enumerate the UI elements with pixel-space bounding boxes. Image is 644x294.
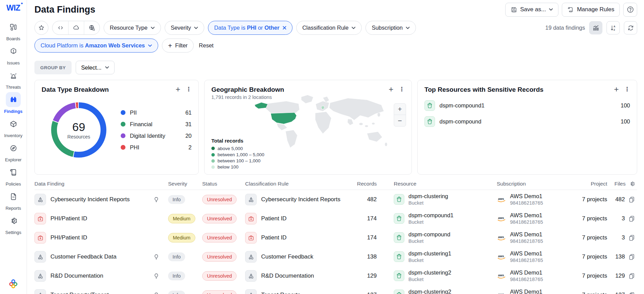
cloud-icon[interactable] [68, 21, 84, 34]
world-map[interactable] [248, 92, 392, 156]
insight-lightbulb-icon[interactable] [153, 272, 159, 280]
bucket-icon [394, 270, 404, 281]
widget-title: Top Resources with Sensitive Records [424, 86, 543, 93]
col-records[interactable]: Records [345, 181, 380, 187]
boards-icon [9, 23, 18, 31]
col-severity[interactable]: Severity [168, 181, 202, 187]
donut-chart[interactable]: 69 Resources [51, 102, 106, 158]
filter-classification-rule[interactable]: Classification Rule [296, 21, 362, 35]
group-by-select[interactable]: Select... [76, 61, 115, 74]
save-as-button[interactable]: Save as... [505, 3, 559, 17]
filter-resource-type[interactable]: Resource Type [104, 21, 161, 35]
refresh-button[interactable] [624, 21, 637, 34]
zoom-out-button[interactable]: − [394, 115, 406, 126]
integrations-cluster-icon[interactable] [8, 278, 19, 289]
col-files[interactable]: Files [614, 181, 626, 187]
add-widget-icon[interactable]: + [176, 86, 180, 93]
copy-files-icon[interactable] [628, 292, 635, 294]
svg-text:aws: aws [498, 216, 504, 220]
map-region-alaska [255, 102, 268, 109]
col-project[interactable]: Project [569, 181, 607, 187]
sidebar-item-reports[interactable]: Reports [1, 189, 26, 211]
add-filter-button[interactable]: + Filter [162, 39, 194, 53]
table-row[interactable]: Tenant Reports/Tenant Info Unresolved Te… [34, 285, 637, 294]
aws-icon: aws [497, 253, 506, 261]
top-resource-row[interactable]: dspm-compound 100 [424, 114, 630, 130]
table-row[interactable]: R&D Documentation Info Unresolved R&D Do… [34, 266, 637, 285]
sort-button[interactable]: AZ [606, 21, 620, 34]
sidebar-item-settings[interactable]: Settings [1, 213, 26, 235]
col-subscription[interactable]: Subscription [486, 181, 569, 187]
sidebar-nav: Boards Issues Threats Findings I [1, 19, 26, 235]
status-badge: Unresolved [202, 233, 237, 242]
legend-item[interactable]: PII61 [121, 107, 192, 118]
sidebar-item-inventory[interactable]: Inventory [1, 116, 26, 138]
rule-shapes-icon [245, 289, 257, 294]
favorite-star-icon[interactable] [34, 21, 48, 35]
table-row[interactable]: Customer Feedback Data Info Unresolved C… [34, 247, 637, 266]
settings-gear-icon [9, 217, 18, 225]
bucket-icon [394, 194, 404, 205]
sidebar-item-issues[interactable]: Issues [1, 44, 26, 65]
sidebar-item-policies[interactable]: Policies [1, 165, 26, 187]
copy-files-icon[interactable] [628, 253, 635, 260]
insight-lightbulb-icon[interactable] [153, 291, 159, 294]
sidebar-item-boards[interactable]: Boards [1, 19, 26, 41]
copy-files-icon[interactable] [628, 273, 635, 279]
add-widget-icon[interactable]: + [614, 86, 619, 93]
widget-title: Data Type Breakdown [42, 86, 109, 93]
reset-filters-link[interactable]: Reset [199, 42, 213, 49]
chevron-down-icon [549, 8, 553, 11]
globe-search-icon[interactable] [84, 21, 100, 34]
table-header: Data Finding Severity Status Classificat… [34, 178, 637, 190]
zoom-in-button[interactable]: + [394, 104, 406, 115]
status-badge: Unresolved [202, 290, 237, 294]
inventory-icon [9, 120, 18, 128]
legend-dot [121, 110, 125, 115]
legend-item[interactable]: Digital Identity20 [121, 130, 192, 142]
filter-cloud-platform-active[interactable]: Cloud Platform is Amazon Web Services [34, 39, 158, 53]
copy-files-icon[interactable] [628, 196, 635, 203]
sidebar-item-findings[interactable]: Findings [1, 92, 26, 114]
threats-icon [9, 71, 18, 80]
sidebar-label: Settings [5, 230, 21, 235]
legend-item[interactable]: PHI2 [121, 142, 192, 153]
sidebar-item-threats[interactable]: Threats [1, 68, 26, 90]
filter-data-type-active[interactable]: Data Type is PHI or Other [208, 21, 292, 35]
wiz-logo[interactable]: WIZ✦ [6, 3, 20, 13]
legend-item[interactable]: Financial31 [121, 118, 192, 130]
kebab-menu-icon[interactable]: ⋮ [624, 86, 630, 92]
kebab-menu-icon[interactable]: ⋮ [399, 86, 405, 92]
filter-severity[interactable]: Severity [165, 21, 205, 35]
col-resource[interactable]: Resource [380, 181, 486, 187]
widgets-row: Data Type Breakdown + ⋮ 69 Resources [34, 80, 637, 175]
kebab-menu-icon[interactable]: ⋮ [186, 86, 192, 92]
bucket-icon [394, 213, 404, 224]
copy-files-icon[interactable] [628, 215, 635, 222]
table-row[interactable]: Cybersecurity Incident Reports Info Unre… [34, 190, 637, 209]
filter-subscription[interactable]: Subscription [365, 21, 416, 35]
copy-files-icon[interactable] [628, 234, 635, 241]
sidebar-label: Threats [6, 85, 21, 90]
svg-text:A: A [613, 25, 615, 28]
status-badge: Unresolved [202, 252, 237, 262]
col-data-finding[interactable]: Data Finding [34, 181, 168, 187]
help-button[interactable] [623, 3, 637, 17]
sidebar-label: Issues [7, 60, 20, 65]
insight-lightbulb-icon[interactable] [153, 253, 159, 261]
col-status[interactable]: Status [202, 181, 245, 187]
sidebar-item-explorer[interactable]: Explorer [1, 141, 26, 162]
table-row[interactable]: PHI/Patient ID Medium Unresolved Patient… [34, 228, 637, 247]
code-icon[interactable] [53, 21, 68, 34]
insight-lightbulb-icon[interactable] [153, 196, 159, 203]
table-row[interactable]: PHI/Patient ID Medium Unresolved Patient… [34, 209, 637, 228]
manage-rules-button[interactable]: Manage Rules [562, 3, 620, 17]
chart-view-toggle[interactable] [589, 21, 602, 34]
policies-scroll-icon [9, 168, 18, 177]
svg-text:aws: aws [498, 293, 504, 294]
table-settings-gear-icon[interactable] [629, 181, 635, 187]
top-resource-row[interactable]: dspm-compound1 100 [424, 98, 630, 114]
col-classification-rule[interactable]: Classification Rule [245, 181, 345, 187]
close-icon[interactable] [283, 26, 286, 30]
legend-dot [211, 147, 215, 150]
